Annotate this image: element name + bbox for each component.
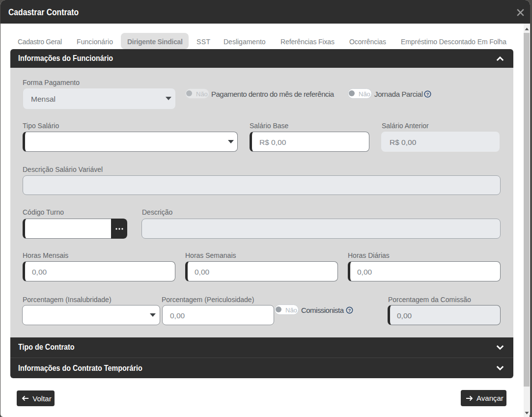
- svg-text:?: ?: [426, 92, 429, 97]
- svg-text:?: ?: [348, 308, 351, 313]
